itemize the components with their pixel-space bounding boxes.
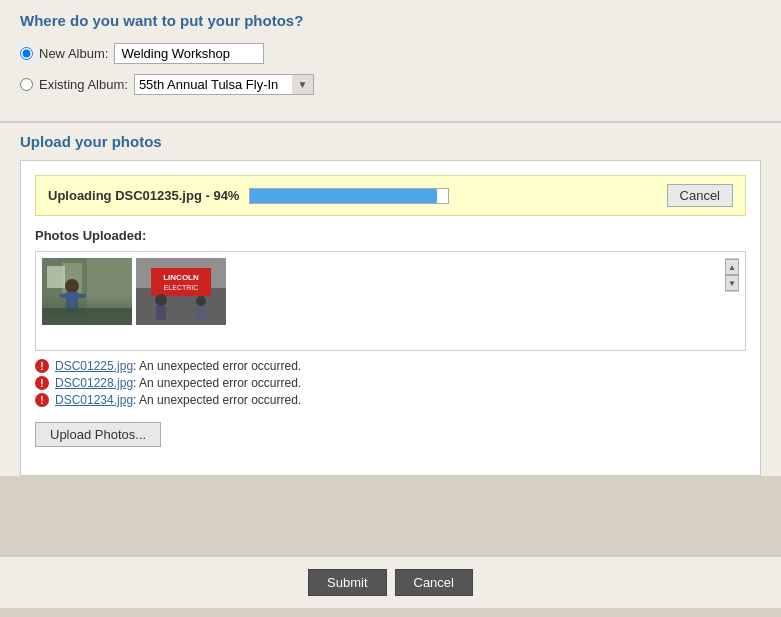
error-row-1: ! DSC01225.jpg: An unexpected error occu… <box>35 359 746 373</box>
existing-album-row: Existing Album: 55th Annual Tulsa Fly-In… <box>20 74 761 95</box>
svg-rect-3 <box>47 266 65 288</box>
error-link-3[interactable]: DSC01234.jpg <box>55 393 133 407</box>
thumbnail-scrollbar[interactable]: ▲ ▼ <box>725 258 739 292</box>
extra-space <box>0 476 781 556</box>
scroll-down-button[interactable]: ▼ <box>725 275 739 291</box>
svg-text:LINCOLN: LINCOLN <box>163 273 199 282</box>
error-row-2: ! DSC01228.jpg: An unexpected error occu… <box>35 376 746 390</box>
photos-uploaded-label: Photos Uploaded: <box>35 228 746 243</box>
error-icon-1: ! <box>35 359 49 373</box>
thumbnails-area: LINCOLN ELECTRIC ▲ ▼ <box>35 251 746 351</box>
svg-rect-6 <box>60 294 68 298</box>
error-message-1: : An unexpected error occurred. <box>133 359 301 373</box>
error-icon-2: ! <box>35 376 49 390</box>
new-album-label: New Album: <box>39 46 108 61</box>
existing-album-select[interactable]: 55th Annual Tulsa Fly-In <box>134 74 314 95</box>
error-section: ! DSC01225.jpg: An unexpected error occu… <box>35 351 746 418</box>
existing-album-label: Existing Album: <box>39 77 128 92</box>
bottom-bar: Submit Cancel <box>0 556 781 608</box>
cancel-button[interactable]: Cancel <box>395 569 473 596</box>
error-link-1[interactable]: DSC01225.jpg <box>55 359 133 373</box>
error-link-2[interactable]: DSC01228.jpg <box>55 376 133 390</box>
svg-rect-19 <box>197 306 206 320</box>
progress-cancel-button[interactable]: Cancel <box>667 184 733 207</box>
progress-row: Uploading DSC01235.jpg - 94% Cancel <box>35 175 746 216</box>
new-album-row: New Album: <box>20 43 761 64</box>
error-message-3: : An unexpected error occurred. <box>133 393 301 407</box>
thumbnails-scroll: LINCOLN ELECTRIC <box>42 258 725 325</box>
scroll-up-button[interactable]: ▲ <box>725 259 739 275</box>
progress-bar-bg <box>249 188 449 204</box>
submit-button[interactable]: Submit <box>308 569 386 596</box>
svg-text:ELECTRIC: ELECTRIC <box>164 284 199 291</box>
svg-point-4 <box>65 279 79 293</box>
svg-rect-5 <box>66 292 78 314</box>
upload-section: Upload your photos Uploading DSC01235.jp… <box>0 123 781 476</box>
existing-album-radio[interactable] <box>20 78 33 91</box>
progress-bar-fill <box>250 189 436 203</box>
upload-photos-button[interactable]: Upload Photos... <box>35 422 161 447</box>
progress-bar-wrapper <box>249 188 656 204</box>
new-album-radio[interactable] <box>20 47 33 60</box>
upload-title: Upload your photos <box>20 133 761 150</box>
svg-point-16 <box>155 294 167 306</box>
svg-point-18 <box>196 296 206 306</box>
error-message-2: : An unexpected error occurred. <box>133 376 301 390</box>
svg-rect-8 <box>42 308 132 325</box>
top-section: Where do you want to put your photos? Ne… <box>0 0 781 122</box>
page-title: Where do you want to put your photos? <box>20 12 761 29</box>
error-icon-3: ! <box>35 393 49 407</box>
error-row-3: ! DSC01234.jpg: An unexpected error occu… <box>35 393 746 407</box>
page-wrapper: Where do you want to put your photos? Ne… <box>0 0 781 608</box>
upload-panel: Uploading DSC01235.jpg - 94% Cancel Phot… <box>20 160 761 476</box>
thumbnail-1[interactable] <box>42 258 132 325</box>
existing-album-select-wrapper: 55th Annual Tulsa Fly-In ▼ <box>134 74 314 95</box>
svg-rect-17 <box>156 306 166 320</box>
thumbnail-2[interactable]: LINCOLN ELECTRIC <box>136 258 226 325</box>
new-album-input[interactable] <box>114 43 264 64</box>
svg-rect-7 <box>78 294 86 298</box>
progress-label: Uploading DSC01235.jpg - 94% <box>48 188 239 203</box>
